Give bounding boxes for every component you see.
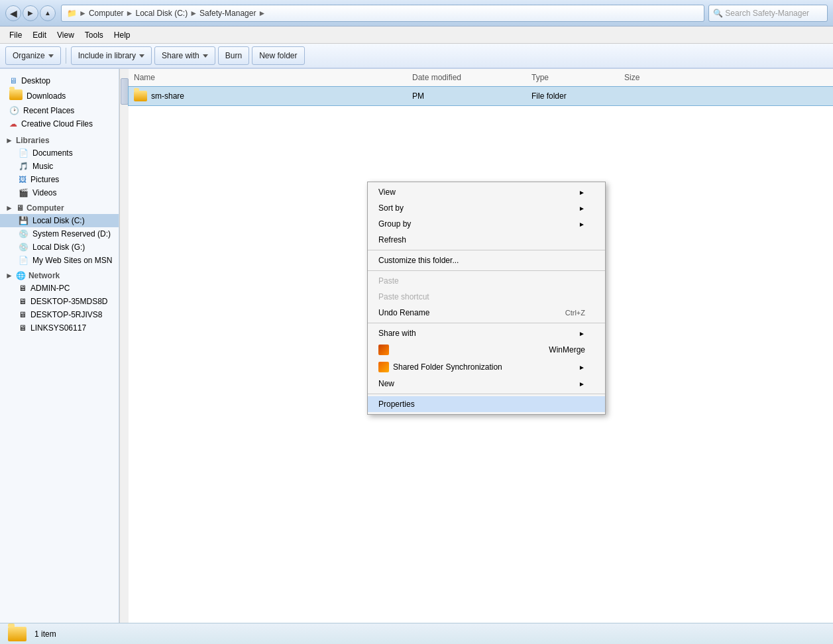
- share-arrow: [203, 54, 208, 58]
- sidebar-item-cloud[interactable]: ☁ Creative Cloud Files: [0, 117, 119, 131]
- sidebar: 🖥 Desktop Downloads 🕑 Recent Places ☁ Cr…: [0, 69, 119, 623]
- breadcrumb-drive: Local Disk (C:): [135, 9, 188, 18]
- sidebar-item-recent[interactable]: 🕑 Recent Places: [0, 104, 119, 117]
- ctx-share[interactable]: Share with ►: [368, 325, 605, 341]
- music-icon: 🎵: [19, 162, 28, 171]
- forward-button[interactable]: ▶: [23, 5, 38, 21]
- computer-icon: 🖥: [16, 203, 24, 213]
- folder-icon: [134, 91, 147, 101]
- search-bar[interactable]: 🔍 Search Safety-Manager: [708, 5, 828, 22]
- context-menu: View ► Sort by ► Group by ► Refresh Cust…: [367, 182, 606, 415]
- menu-edit[interactable]: Edit: [27, 29, 52, 41]
- menu-view[interactable]: View: [52, 29, 80, 41]
- search-icon: 🔍: [713, 9, 723, 18]
- sidebar-item-pictures[interactable]: 🖼 Pictures: [0, 173, 119, 186]
- ctx-new-label: New: [378, 379, 394, 388]
- sidebar-item-desktop-5r[interactable]: 🖥 DESKTOP-5RJIVS8: [0, 308, 119, 321]
- ctx-refresh-label: Refresh: [378, 235, 406, 244]
- ctx-customize[interactable]: Customize this folder...: [368, 252, 605, 268]
- network-header: ► 🌐 Network: [0, 267, 119, 282]
- ctx-customize-label: Customize this folder...: [378, 256, 459, 265]
- libraries-header: ► Libraries: [0, 132, 119, 146]
- sidebar-item-desktop[interactable]: 🖥 Desktop: [0, 74, 119, 87]
- ctx-sep-2: [368, 270, 605, 271]
- ctx-properties[interactable]: Properties: [368, 396, 605, 412]
- ctx-paste-shortcut: Paste shortcut: [368, 289, 605, 305]
- sidebar-item-desktop-35[interactable]: 🖥 DESKTOP-35MDS8D: [0, 295, 119, 308]
- sidebar-scroll-thumb[interactable]: [121, 78, 129, 105]
- breadcrumb[interactable]: 📁 ► Computer ► Local Disk (C:) ► Safety-…: [61, 5, 704, 22]
- include-library-button[interactable]: Include in library: [71, 46, 152, 65]
- toolbar: Organize Include in library Share with B…: [0, 44, 833, 69]
- documents-icon: 📄: [19, 148, 28, 158]
- sidebar-label-desktop: Desktop: [21, 76, 50, 85]
- ctx-undo-label: Undo Rename: [378, 308, 429, 317]
- col-size[interactable]: Size: [619, 70, 685, 85]
- ctx-group-label: Group by: [378, 219, 411, 229]
- titlebar: ◀ ▶ ▲ 📁 ► Computer ► Local Disk (C:) ► S…: [0, 0, 833, 27]
- sidebar-item-system-d[interactable]: 💿 System Reserved (D:): [0, 227, 119, 241]
- drive-c-icon: 💾: [19, 216, 28, 225]
- sidebar-label-downloads: Downloads: [27, 91, 66, 101]
- menu-tools[interactable]: Tools: [80, 29, 109, 41]
- menu-help[interactable]: Help: [109, 29, 136, 41]
- computer-expand-icon: ►: [5, 203, 13, 213]
- burn-button[interactable]: Burn: [218, 46, 249, 65]
- up-button[interactable]: ▲: [40, 5, 56, 21]
- new-folder-button[interactable]: New folder: [252, 46, 304, 65]
- ctx-group[interactable]: Group by ►: [368, 216, 605, 232]
- share-with-button[interactable]: Share with: [154, 46, 215, 65]
- ctx-sync-label: Shared Folder Synchronization: [393, 362, 502, 372]
- sidebar-scrollbar[interactable]: [119, 69, 129, 623]
- ctx-sync[interactable]: Shared Folder Synchronization ►: [368, 358, 605, 376]
- pictures-icon: 🖼: [19, 175, 27, 184]
- ctx-sync-arrow: ►: [579, 364, 585, 371]
- libraries-expand-icon: ►: [5, 136, 13, 145]
- status-folder-icon: [8, 627, 27, 641]
- sidebar-item-videos[interactable]: 🎬 Videos: [0, 186, 119, 199]
- sidebar-item-admin-pc[interactable]: 🖥 ADMIN-PC: [0, 282, 119, 295]
- drive-g-icon: 💿: [19, 242, 28, 252]
- sidebar-item-linksys[interactable]: 🖥 LINKSYS06117: [0, 321, 119, 335]
- file-size-cell: [619, 93, 685, 99]
- computer-header: ► 🖥 Computer: [0, 199, 119, 214]
- file-name-cell: sm-share: [129, 88, 407, 104]
- col-date[interactable]: Date modified: [407, 70, 526, 85]
- breadcrumb-folder: Safety-Manager: [199, 9, 256, 18]
- ctx-sep-4: [368, 394, 605, 394]
- videos-icon: 🎬: [19, 188, 28, 197]
- ctx-sep-1: [368, 250, 605, 250]
- main-area: 🖥 Desktop Downloads 🕑 Recent Places ☁ Cr…: [0, 69, 833, 623]
- sidebar-item-documents[interactable]: 📄 Documents: [0, 146, 119, 160]
- breadcrumb-segment: 📁: [67, 9, 77, 18]
- sidebar-item-downloads[interactable]: Downloads: [0, 87, 119, 104]
- col-name[interactable]: Name: [129, 70, 407, 85]
- new-folder-label: New folder: [259, 51, 297, 60]
- sidebar-item-msn[interactable]: 📄 My Web Sites on MSN: [0, 254, 119, 267]
- sidebar-item-local-g[interactable]: 💿 Local Disk (G:): [0, 241, 119, 254]
- ctx-paste-shortcut-label: Paste shortcut: [378, 292, 429, 301]
- ctx-winmerge[interactable]: WinMerge: [368, 341, 605, 358]
- ctx-view[interactable]: View ►: [368, 184, 605, 200]
- organize-button[interactable]: Organize: [5, 46, 61, 65]
- file-list: Name Date modified Type Size sm-share PM…: [129, 69, 833, 623]
- file-date-cell: PM: [407, 89, 526, 103]
- back-button[interactable]: ◀: [5, 5, 21, 21]
- ctx-new[interactable]: New ►: [368, 376, 605, 392]
- ctx-sort[interactable]: Sort by ►: [368, 200, 605, 216]
- ctx-new-arrow: ►: [579, 380, 585, 388]
- favorites-section: 🖥 Desktop Downloads 🕑 Recent Places ☁ Cr…: [0, 73, 119, 132]
- ctx-sep-3: [368, 323, 605, 323]
- col-type[interactable]: Type: [526, 70, 619, 85]
- file-row-sm-share[interactable]: sm-share PM File folder: [129, 87, 833, 105]
- ctx-undo[interactable]: Undo Rename Ctrl+Z: [368, 305, 605, 321]
- ctx-refresh[interactable]: Refresh: [368, 232, 605, 248]
- sidebar-item-local-c[interactable]: 💾 Local Disk (C:): [0, 214, 119, 227]
- ctx-properties-label: Properties: [378, 400, 415, 409]
- sync-icon: [378, 362, 389, 372]
- downloads-icon: [9, 89, 23, 102]
- status-item-count: 1 item: [34, 629, 56, 639]
- menu-file[interactable]: File: [4, 29, 27, 41]
- ctx-undo-shortcut: Ctrl+Z: [565, 309, 585, 317]
- sidebar-item-music[interactable]: 🎵 Music: [0, 160, 119, 173]
